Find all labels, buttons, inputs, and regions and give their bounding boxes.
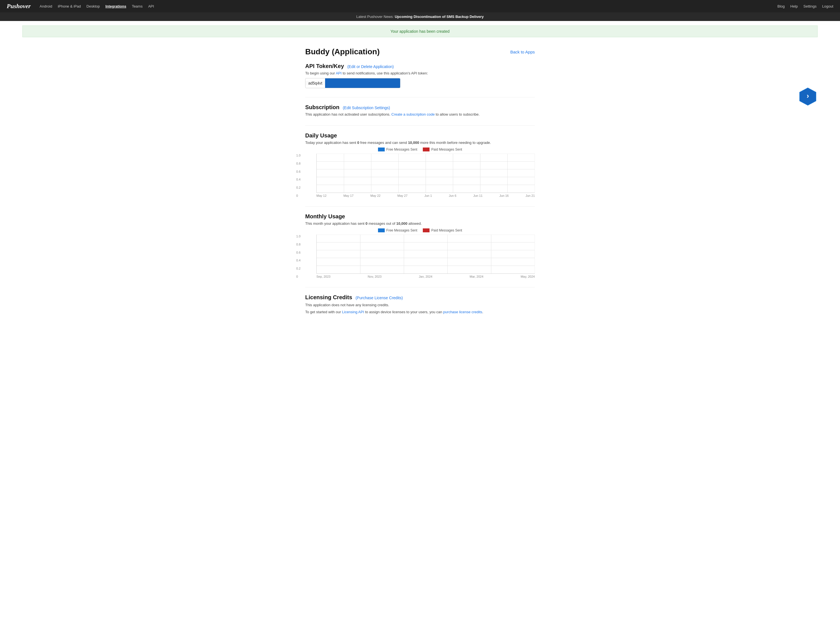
monthly-legend-free-box	[378, 228, 385, 232]
subscription-desc-plain: This application has not activated user …	[305, 112, 391, 117]
monthly-legend-paid-label: Paid Messages Sent	[431, 228, 462, 232]
page-title: Buddy (Application)	[305, 47, 380, 56]
daily-chart-wrapper: 1.0 0.8 0.6 0.4 0.2 0	[305, 154, 535, 197]
monthly-legend-free: Free Messages Sent	[378, 228, 418, 232]
daily-usage-desc: Today your application has sent 0 free m…	[305, 140, 535, 145]
licensing-desc2-middle: to assign device licenses to your users,…	[364, 310, 443, 314]
daily-chart-y-labels: 1.0 0.8 0.6 0.4 0.2 0	[296, 154, 301, 197]
monthly-desc-suffix: allowed.	[407, 221, 422, 225]
licensing-desc1: This application does not have any licen…	[305, 303, 535, 307]
my-label-10: 1.0	[296, 235, 301, 238]
daily-chart-x-labels: May 12 May 17 May 22 May 27 Jun 1 Jun 6 …	[317, 194, 535, 197]
news-text: Upcoming Discontinuation of SMS Backup D…	[395, 14, 484, 19]
monthly-chart-x-labels: Sep, 2023 Nov, 2023 Jan, 2024 Mar, 2024 …	[317, 275, 535, 278]
api-token-title: API Token/Key	[305, 63, 344, 69]
monthly-x-nov23: Nov, 2023	[368, 275, 381, 278]
divider-2	[305, 125, 535, 126]
nav-api[interactable]: API	[148, 4, 154, 8]
app-icon-container: ›	[798, 87, 818, 107]
y-label-10: 1.0	[296, 154, 301, 157]
daily-desc-prefix: Today your application has sent	[305, 140, 357, 145]
licensing-desc2-prefix: To get started with our	[305, 310, 342, 314]
nav-integrations[interactable]: Integrations	[105, 4, 126, 8]
news-banner: Latest Pushover News: Upcoming Discontin…	[0, 12, 840, 21]
api-token-field[interactable]: ad5q4vt	[305, 78, 400, 88]
token-hidden-part	[325, 78, 400, 88]
y-label-08: 0.8	[296, 162, 301, 165]
my-label-0: 0	[296, 275, 301, 278]
main-content: Buddy (Application) Back to Apps API Tok…	[294, 42, 546, 340]
y-label-0: 0	[296, 194, 301, 197]
y-label-02: 0.2	[296, 186, 301, 189]
monthly-x-jan24: Jan, 2024	[419, 275, 432, 278]
daily-legend-free: Free Messages Sent	[378, 148, 418, 151]
news-prefix: Latest Pushover News:	[356, 14, 394, 19]
nav-links: Android iPhone & iPad Desktop Integratio…	[40, 4, 778, 8]
subscription-desc: This application has not activated user …	[305, 112, 535, 117]
nav-help[interactable]: Help	[790, 4, 798, 8]
monthly-usage-section: Monthly Usage This month your applicatio…	[305, 213, 535, 278]
nav-settings[interactable]: Settings	[803, 4, 816, 8]
daily-desc-suffix: more this month before needing to upgrad…	[419, 140, 491, 145]
app-hex-icon: ›	[798, 87, 818, 106]
my-label-02: 0.2	[296, 267, 301, 270]
nav-right-links: Blog Help Settings Logout	[777, 4, 833, 8]
my-label-06: 0.6	[296, 251, 301, 254]
daily-x-jun11: Jun 11	[473, 194, 482, 197]
subscription-section: Subscription (Edit Subscription Settings…	[305, 104, 535, 117]
daily-legend-paid: Paid Messages Sent	[423, 148, 462, 151]
licensing-api-link[interactable]: Licensing API	[342, 310, 364, 314]
monthly-legend-paid: Paid Messages Sent	[423, 228, 462, 232]
daily-x-may27: May 27	[397, 194, 407, 197]
daily-legend-paid-label: Paid Messages Sent	[431, 148, 462, 151]
licensing-section: Licensing Credits (Purchase License Cred…	[305, 294, 535, 314]
navbar: Pushover Android iPhone & iPad Desktop I…	[0, 0, 840, 12]
monthly-desc-middle: messages out of	[368, 221, 397, 225]
nav-desktop[interactable]: Desktop	[87, 4, 100, 8]
licensing-desc2: To get started with our Licensing API to…	[305, 310, 535, 314]
create-subscription-link[interactable]: Create a subscription code	[391, 112, 435, 117]
purchase-license-link[interactable]: (Purchase License Credits)	[356, 296, 403, 300]
nav-iphone-ipad[interactable]: iPhone & iPad	[58, 4, 80, 8]
daily-desc-middle: free messages and can send	[359, 140, 408, 145]
nav-teams[interactable]: Teams	[132, 4, 142, 8]
monthly-allowed: 10,000	[396, 221, 407, 225]
success-banner: Your application has been created	[22, 25, 818, 37]
token-prefix-text: ad5q4vt	[306, 81, 325, 85]
divider-1	[305, 97, 535, 98]
nav-blog[interactable]: Blog	[777, 4, 785, 8]
daily-chart-area	[317, 154, 535, 193]
daily-legend-free-label: Free Messages Sent	[386, 148, 418, 151]
daily-x-jun21: Jun 21	[526, 194, 535, 197]
licensing-subtitle: (Purchase License Credits)	[356, 296, 403, 300]
subscription-title: Subscription	[305, 104, 339, 110]
monthly-desc-prefix: This month your application has sent	[305, 221, 366, 225]
daily-sent-count: 0	[357, 140, 359, 145]
subscription-desc-suffix: to allow users to subscribe.	[435, 112, 480, 117]
api-link[interactable]: API	[336, 71, 342, 75]
monthly-usage-title: Monthly Usage	[305, 213, 535, 220]
daily-x-may22: May 22	[370, 194, 380, 197]
api-token-section: API Token/Key (Edit or Delete Applicatio…	[305, 63, 535, 88]
daily-chart-svg	[317, 154, 535, 192]
page-header: Buddy (Application) Back to Apps	[305, 47, 535, 56]
daily-can-send: 10,000	[408, 140, 419, 145]
y-label-06: 0.6	[296, 170, 301, 173]
nav-android[interactable]: Android	[40, 4, 52, 8]
daily-x-may17: May 17	[343, 194, 353, 197]
monthly-x-may24: May, 2024	[520, 275, 535, 278]
api-token-desc: To begin using our API to send notificat…	[305, 71, 535, 75]
daily-x-jun6: Jun 6	[449, 194, 456, 197]
daily-usage-title: Daily Usage	[305, 132, 535, 139]
monthly-sent-count: 0	[366, 221, 367, 225]
edit-delete-app-link[interactable]: (Edit or Delete Application)	[347, 65, 394, 69]
daily-x-jun1: Jun 1	[424, 194, 432, 197]
purchase-credits-link[interactable]: purchase license credits	[443, 310, 482, 314]
y-label-04: 0.4	[296, 178, 301, 181]
licensing-title: Licensing Credits	[305, 294, 352, 300]
nav-logout[interactable]: Logout	[822, 4, 833, 8]
site-logo[interactable]: Pushover	[7, 3, 31, 10]
edit-subscription-link[interactable]: (Edit Subscription Settings)	[343, 106, 390, 110]
back-to-apps-link[interactable]: Back to Apps	[510, 50, 535, 54]
subscription-subtitle: (Edit Subscription Settings)	[343, 106, 390, 110]
